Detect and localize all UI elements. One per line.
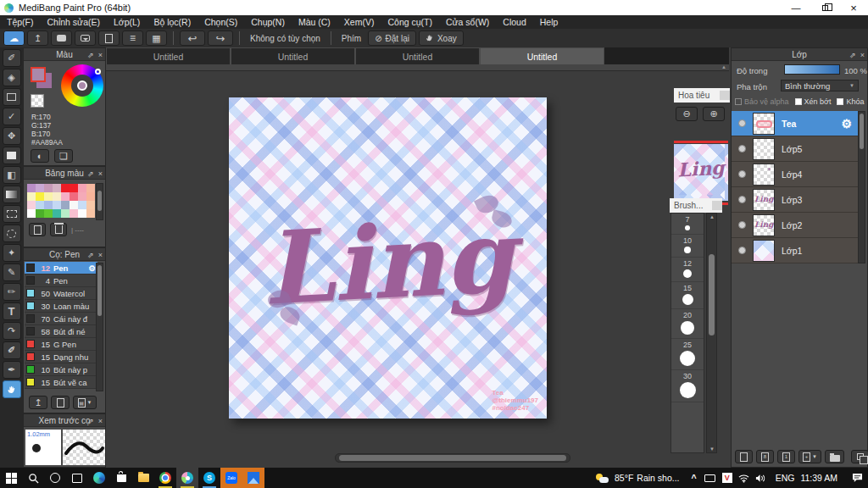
medibang-taskbar-button[interactable]	[176, 468, 198, 488]
visibility-icon[interactable]	[738, 170, 746, 178]
size-item[interactable]: 25	[671, 339, 704, 370]
reset-button[interactable]: ⊘Đặt lại	[368, 30, 416, 46]
brush-item[interactable]: 15G Pen	[25, 338, 97, 351]
layer-row[interactable]: Ling Lớp2	[732, 213, 859, 238]
hue-marker[interactable]	[95, 69, 101, 75]
palette-color[interactable]	[36, 201, 44, 209]
weather-desc[interactable]: Rain sho...	[637, 473, 679, 483]
palette-mode-button[interactable]: ◐	[31, 149, 49, 163]
palette-color[interactable]	[53, 192, 61, 201]
visibility-icon[interactable]	[738, 221, 746, 229]
palette-color[interactable]	[78, 192, 86, 201]
document-button[interactable]	[98, 30, 120, 46]
add-layer-menu-button[interactable]: +▼	[798, 450, 821, 463]
layer-row[interactable]: Lớp1	[732, 238, 859, 263]
palette-color[interactable]	[70, 184, 78, 192]
alpha-protect-checkbox[interactable]: Bảo vệ alpha	[735, 97, 789, 106]
palette-color[interactable]	[86, 201, 95, 209]
menu-tools[interactable]: Công cụ(T)	[381, 17, 439, 27]
canvas-hscrollbar[interactable]	[335, 453, 570, 463]
bucket-tool[interactable]: ◧	[3, 166, 21, 184]
volume-button[interactable]	[753, 468, 770, 488]
duplicate-layer-button[interactable]	[851, 450, 868, 463]
popout-icon[interactable]: ⇗	[87, 417, 94, 425]
brush-item[interactable]: 30Loan màu	[25, 300, 97, 313]
popout-icon[interactable]: ⇗	[87, 51, 94, 59]
brush-list-scrollbar[interactable]	[96, 263, 103, 391]
zoom-in-button[interactable]: ⊕	[703, 107, 725, 121]
file-explorer-button[interactable]	[132, 468, 154, 488]
palette-color[interactable]	[70, 201, 78, 209]
move-tool[interactable]: ✥	[3, 127, 21, 145]
canvas-tab[interactable]: Untitled	[106, 47, 231, 64]
eraser-tool[interactable]: ◈	[3, 69, 21, 86]
language-indicator[interactable]: ENG	[776, 473, 795, 483]
popout-icon[interactable]: ⇗	[87, 169, 94, 178]
palette-color[interactable]	[44, 209, 53, 218]
close-icon[interactable]: ×	[98, 169, 103, 178]
size-scroll-thumb[interactable]	[709, 254, 715, 336]
palette-color[interactable]	[27, 201, 36, 209]
size-item[interactable]: 7	[671, 214, 704, 235]
opacity-slider[interactable]	[784, 64, 840, 75]
palette-color[interactable]	[86, 192, 95, 201]
visibility-icon[interactable]	[738, 196, 746, 203]
brush-item[interactable]: 15Bút vẽ ca	[25, 376, 97, 389]
menu-help[interactable]: Help	[533, 17, 565, 27]
brush-item[interactable]: 50Watercol	[25, 287, 97, 300]
navigator-drag-handle[interactable]	[720, 91, 730, 100]
add-layer-button[interactable]	[735, 450, 753, 463]
brush-item[interactable]: 12Pen⚙	[25, 262, 97, 274]
skype-button[interactable]: S	[198, 468, 220, 488]
eraser-pen-tool[interactable]: ✐	[3, 341, 21, 359]
scroll-up-icon[interactable]: ▲	[721, 64, 726, 69]
palette-color[interactable]	[61, 201, 70, 209]
menu-snap[interactable]: Chụp(N)	[244, 17, 292, 27]
tab-scroll-strip[interactable]: ▲	[106, 64, 729, 71]
select-tool[interactable]	[3, 205, 21, 223]
zalo-button[interactable]: Zalo	[220, 468, 242, 488]
layer-folder-button[interactable]	[825, 450, 844, 463]
brush-add-button[interactable]	[51, 396, 70, 409]
comment-button[interactable]	[51, 30, 72, 46]
task-view-button[interactable]	[66, 468, 88, 488]
popout-icon[interactable]: ⇗	[849, 51, 856, 59]
weather-temp[interactable]: 85°F	[615, 473, 633, 483]
shape-brush-tool[interactable]	[3, 88, 21, 106]
comment-list-button[interactable]	[75, 30, 96, 46]
palette-scrollbar[interactable]	[96, 183, 103, 220]
size-list-scrollbar[interactable]: ▲ ▼	[706, 213, 717, 453]
palette-color[interactable]	[61, 184, 70, 192]
select-eraser-tool[interactable]: ✏	[3, 283, 21, 301]
palette-color[interactable]	[86, 184, 95, 192]
undo-button[interactable]: ↩	[180, 30, 205, 46]
canvas-tab[interactable]: Untitled	[231, 47, 355, 64]
brush-item[interactable]: 4Pen	[25, 274, 97, 287]
navigator-thumbnail[interactable]: Ling	[674, 144, 728, 201]
color-wheel[interactable]	[61, 64, 103, 107]
magic-wand-tool[interactable]: ✦	[3, 244, 21, 262]
transparent-color-swatch[interactable]	[31, 94, 44, 108]
store-button[interactable]	[110, 468, 132, 488]
eyedropper-tool[interactable]: ✒	[3, 361, 21, 379]
close-icon[interactable]: ×	[98, 251, 103, 259]
palette-color[interactable]	[53, 201, 61, 209]
layer-row[interactable]: Lớp4	[732, 162, 859, 187]
search-button[interactable]	[22, 468, 44, 488]
select-pen-tool[interactable]: ✎	[3, 263, 21, 281]
menu-edit[interactable]: Chỉnh sửa(E)	[41, 17, 107, 27]
cortana-button[interactable]	[44, 468, 66, 488]
popout-icon[interactable]: ⇗	[87, 251, 94, 259]
canvas-tab-active[interactable]: Untitled	[480, 47, 604, 64]
lasso-tool[interactable]	[3, 225, 21, 242]
edge-button[interactable]	[88, 468, 110, 488]
grid-button[interactable]: ▦	[146, 30, 167, 46]
palette-color[interactable]	[70, 192, 78, 201]
brush-item[interactable]: 58Bút đi né	[25, 325, 97, 338]
text-tool[interactable]: T	[3, 302, 21, 320]
palette-color[interactable]	[78, 184, 86, 192]
wifi-button[interactable]	[736, 468, 753, 488]
close-icon[interactable]: ×	[98, 417, 103, 425]
gradient-tool[interactable]	[3, 186, 21, 203]
redo-button[interactable]: ↪	[208, 30, 233, 46]
